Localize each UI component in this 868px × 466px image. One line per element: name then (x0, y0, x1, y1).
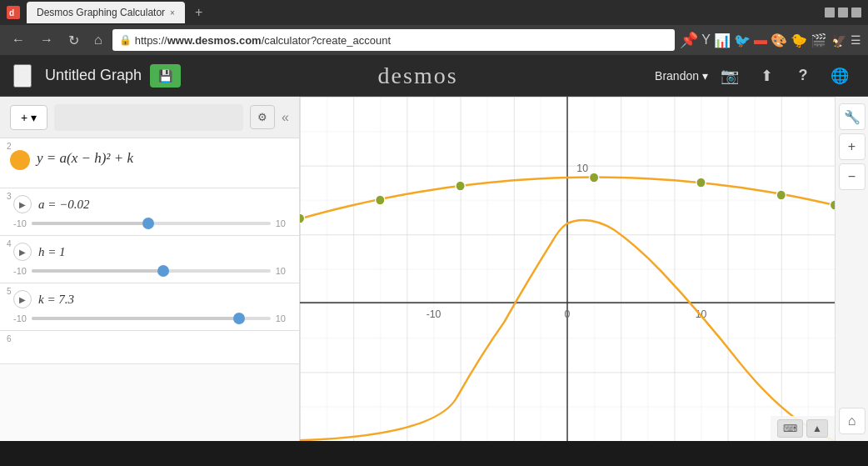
toolbar-icon-6[interactable]: 🐤 (791, 33, 807, 48)
help-icon: ? (799, 67, 808, 84)
svg-text:0: 0 (565, 308, 571, 320)
share-icon: ⬆ (761, 67, 773, 85)
browser-toolbar: 📌 Y 📊 🐦 ▬ 🎨 🐤 🎬 🦅 ☰ (680, 31, 861, 49)
address-bar[interactable]: 🔒 https://www.desmos.com/calculator?crea… (112, 29, 676, 51)
add-expression-btn[interactable]: + ▾ (10, 105, 47, 130)
expressions-list: 2 y = a(x − h)² + k × 3 ▶ a = − (0, 138, 299, 441)
plus-icon: + (848, 139, 856, 154)
right-toolbar: 🔧 + − ⌂ (835, 97, 868, 441)
slider-a: 3 ▶ a = −0.02 -10 10 × (0, 188, 299, 236)
slider-h-track[interactable] (32, 269, 271, 273)
header-actions: Brandon ▾ 📷 ⬆ ? 🌐 (655, 61, 855, 91)
slider-k-number: 5 (7, 287, 12, 296)
share-btn[interactable]: ⬆ (751, 61, 781, 91)
svg-text:-10: -10 (427, 308, 441, 320)
back-btn[interactable]: ← (7, 29, 30, 51)
globe-icon: 🌐 (831, 67, 849, 85)
slider-a-track[interactable] (32, 222, 271, 225)
slider-h-max: 10 (276, 266, 286, 276)
toolbar-icon-3[interactable]: 🐦 (734, 33, 751, 48)
toolbar-icon-5[interactable]: 🎨 (771, 33, 787, 48)
new-tab-btn[interactable]: + (195, 5, 202, 20)
zoom-out-btn[interactable]: − (839, 163, 866, 190)
home-view-btn[interactable]: ⌂ (839, 408, 866, 434)
toolbar-icon-7[interactable]: 🎬 (811, 33, 827, 48)
slider-a-range[interactable]: -10 10 (10, 218, 289, 228)
user-menu-btn[interactable]: Brandon ▾ (655, 69, 708, 83)
minus-icon: − (848, 169, 856, 184)
globe-btn[interactable]: 🌐 (825, 61, 855, 91)
panel-toolbar: + ▾ ⚙ « (0, 97, 299, 138)
main-content: + ▾ ⚙ « 2 y = a(x − h)² + k (0, 97, 868, 441)
menu-btn[interactable]: ☰ (851, 33, 861, 47)
slider-h-thumb[interactable] (157, 265, 169, 277)
toolbar-icon-2[interactable]: 📊 (714, 33, 731, 48)
camera-icon: 📷 (721, 67, 739, 85)
expr-color-indicator[interactable] (10, 150, 30, 170)
lock-icon: 🔒 (119, 34, 132, 46)
tab-close-btn[interactable]: × (170, 8, 175, 18)
hamburger-btn[interactable]: ☰ (13, 64, 32, 88)
graph-point (776, 190, 786, 200)
graph-point (696, 178, 706, 188)
forward-btn[interactable]: → (35, 29, 58, 51)
settings-btn[interactable]: ⚙ (250, 105, 275, 129)
slider-k-track[interactable] (32, 317, 271, 320)
expr-formula-content[interactable]: y = a(x − h)² + k (37, 147, 289, 167)
slider-k: 5 ▶ k = 7.3 -10 10 × (0, 283, 299, 331)
graph-area[interactable]: -10 0 10 10 (300, 97, 835, 441)
close-btn[interactable] (851, 8, 861, 18)
slider-h-play-btn[interactable]: ▶ (13, 243, 32, 261)
slider-a-play-btn[interactable]: ▶ (13, 195, 32, 213)
slider-k-min: -10 (13, 313, 27, 323)
home-btn[interactable]: ⌂ (89, 29, 107, 51)
keyboard-btn[interactable]: ⌨ (777, 419, 803, 438)
slider-k-thumb[interactable] (233, 313, 245, 324)
zoom-in-btn[interactable]: + (839, 133, 866, 160)
bottom-bar: ⌨ ▲ (771, 416, 835, 441)
toolbar-icon-1[interactable]: Y (701, 33, 711, 48)
toolbar-icon-8[interactable]: 🦅 (831, 33, 847, 48)
left-panel: + ▾ ⚙ « 2 y = a(x − h)² + k (0, 97, 300, 441)
slider-h: 4 ▶ h = 1 -10 10 × (0, 236, 299, 283)
maximize-btn[interactable] (838, 8, 848, 18)
slider-k-label: k = 7.3 (38, 293, 74, 307)
user-caret-icon: ▾ (702, 69, 708, 83)
slider-a-min: -10 (13, 218, 27, 228)
collapse-panel-btn[interactable]: « (282, 110, 289, 125)
svg-text:d: d (9, 8, 14, 18)
toolbar-icon-4[interactable]: ▬ (754, 33, 767, 48)
empty-expression[interactable]: 6 (0, 331, 299, 364)
slider-h-range[interactable]: -10 10 (10, 266, 289, 276)
save-btn[interactable]: 💾 (150, 64, 181, 88)
help-btn[interactable]: ? (788, 61, 818, 91)
wrench-icon: 🔧 (844, 109, 861, 125)
graph-point (300, 213, 305, 223)
expr-formula-text[interactable]: y = a(x − h)² + k (37, 147, 289, 167)
save-icon: 💾 (158, 69, 172, 83)
slider-k-range[interactable]: -10 10 (10, 313, 289, 323)
graph-svg: -10 0 10 10 (300, 97, 835, 441)
expand-btn[interactable]: ▲ (806, 419, 828, 438)
slider-h-fill (32, 269, 163, 273)
app-header: ☰ Untitled Graph 💾 desmos Brandon ▾ 📷 ⬆ … (0, 55, 868, 97)
slider-a-thumb[interactable] (142, 218, 154, 229)
user-name: Brandon (655, 69, 699, 83)
expression-formula: 2 y = a(x − h)² + k × (0, 138, 299, 188)
tab-title: Desmos Graphing Calculator (37, 7, 165, 18)
title-bar: d Desmos Graphing Calculator × + (0, 0, 868, 25)
screenshot-btn[interactable]: 📷 (715, 61, 745, 91)
slider-k-max: 10 (276, 313, 286, 323)
pinterest-icon[interactable]: 📌 (680, 31, 698, 49)
graph-title: Untitled Graph (45, 67, 142, 84)
graph-point (589, 173, 598, 183)
address-url: https://www.desmos.com/calculator?create… (135, 34, 391, 47)
slider-k-play-btn[interactable]: ▶ (13, 290, 32, 308)
wrench-btn[interactable]: 🔧 (839, 103, 866, 130)
slider-a-label: a = −0.02 (38, 198, 90, 212)
app: ☰ Untitled Graph 💾 desmos Brandon ▾ 📷 ⬆ … (0, 55, 868, 441)
expr-number: 2 (7, 142, 12, 151)
browser-tab[interactable]: Desmos Graphing Calculator × (27, 2, 185, 23)
refresh-btn[interactable]: ↻ (63, 29, 84, 52)
minimize-btn[interactable] (825, 8, 835, 18)
